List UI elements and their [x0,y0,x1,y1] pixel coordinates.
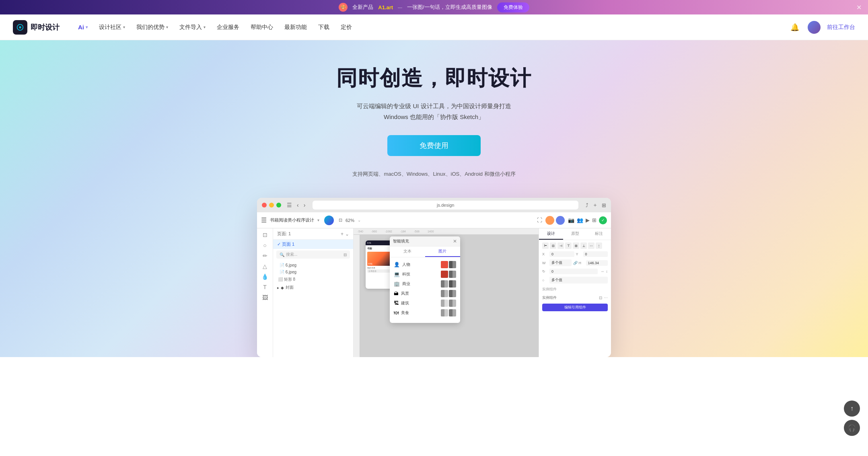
ai-fill-header: 智能填充 ✕ [390,236,460,246]
app-preview-window: ☰ ‹ › js.design ⤴ ＋ ⊞ ☰ 书籍阅读类小程序设计 ▾ ⊡ 6… [257,198,611,357]
toolbar-camera-icon[interactable]: 📷 [568,217,574,223]
ai-fill-item-building[interactable]: 🏗 建筑 [392,298,458,308]
toolbar-menu-icon[interactable]: ☰ [261,216,267,224]
tool-triangle-icon[interactable]: △ [263,263,267,269]
ai-fill-item-tech[interactable]: 💻 科技 [392,269,458,279]
canvas-ruler-vertical [354,235,360,357]
ai-fill-item-landscape[interactable]: 🏔 风景 [392,289,458,298]
tool-select-icon[interactable]: ⊡ [263,232,267,238]
right-panel-tabs: 设计 原型 标注 [539,228,611,240]
tool-drop-icon[interactable]: 💧 [261,273,268,280]
titlebar-close-dot[interactable] [262,203,267,207]
right-tab-design[interactable]: 设计 [539,228,563,240]
layers-file-1[interactable]: 📄 6.jpeg [273,262,353,269]
props-example-more-icon[interactable]: ⋯ [604,296,608,300]
ai-fill-food-previews [441,309,456,316]
align-bottom-icon[interactable]: ⊥ [580,242,587,249]
ai-fill-business-icon: 🏢 [394,281,400,287]
app-titlebar: ☰ ‹ › js.design ⤴ ＋ ⊞ [257,198,611,212]
nav-item-download[interactable]: 下载 [313,14,335,40]
toolbar-play-icon[interactable]: ▶ [586,217,590,223]
nav-item-help[interactable]: 帮助中心 [245,14,279,40]
right-tab-prototype[interactable]: 原型 [563,228,587,240]
nav-item-import[interactable]: 文件导入 ▾ [174,14,211,40]
layers-page-item[interactable]: ✓ 页面 1 [273,240,353,249]
ai-fill-item-portrait[interactable]: 👤 人物 [392,260,458,269]
layers-file-2[interactable]: 📄 6.jpeg [273,269,353,275]
titlebar-back-icon[interactable]: ‹ [297,202,299,208]
titlebar-actions: ⤴ ＋ ⊞ [586,201,606,209]
prop-flip-h-icon[interactable]: ↔ [601,269,605,273]
titlebar-maximize-dot[interactable] [276,203,281,207]
layers-file-1-name: 6.jpeg [286,263,296,267]
distribute-h-icon[interactable]: ⋯ [588,242,594,249]
user-avatar[interactable] [808,21,821,34]
titlebar-share-icon[interactable]: ⤴ [586,202,588,208]
logo[interactable]: 即时设计 [13,20,60,35]
toolbar-people-icon[interactable]: 👥 [577,217,583,223]
ai-fill-tab-text[interactable]: 文本 [390,246,425,257]
nav-item-enterprise[interactable]: 企业服务 [211,14,245,40]
more-align-icon[interactable]: ⋮ [596,242,602,249]
hero-platforms: 支持网页端、macOS、Windows、Linux、iOS、Android 和微… [352,170,515,178]
prop-flip-v-icon[interactable]: ↕ [606,269,608,273]
banner-close-icon[interactable]: ✕ [856,4,862,11]
hero-cta-button[interactable]: 免费使用 [387,135,481,156]
workspace-button[interactable]: 前往工作台 [827,24,855,31]
tool-pen-icon[interactable]: ✏ [263,253,267,259]
titlebar-forward-icon[interactable]: › [304,202,306,208]
align-center-v-icon[interactable]: ⊟ [573,242,579,249]
align-right-icon[interactable]: ⊣ [557,242,564,249]
toolbar-grid-icon[interactable]: ⊞ [592,217,596,223]
toolbar-frame-icon[interactable]: ⛶ [537,217,542,223]
toolbar-fit-icon[interactable]: ⊡ [339,218,342,223]
ai-fill-close-icon[interactable]: ✕ [453,238,457,244]
notification-bell-icon[interactable]: 🔔 [788,21,801,34]
prop-h-input[interactable]: 146.34 [586,260,608,266]
align-top-icon[interactable]: ⊤ [565,242,572,249]
tool-text-icon[interactable]: T [263,284,267,290]
prop-rotation-icon: ↻ [542,269,548,273]
edit-component-button[interactable]: 编辑引用组件 [542,304,608,311]
layers-group-item[interactable]: ▸ ◆ 封面 [273,283,353,292]
align-center-h-icon[interactable]: ⊡ [550,242,556,249]
layers-sort-icon[interactable]: ⊟ [343,253,347,257]
app-body: ⊡ ○ ✏ △ 💧 T 🖼 页面: 1 + ⌄ ✓ [257,228,611,357]
right-tab-annotation[interactable]: 标注 [587,228,611,240]
prop-link-icon[interactable]: 🔗 [573,261,577,265]
titlebar-minimize-dot[interactable] [269,203,274,207]
titlebar-url-bar[interactable]: js.design [313,201,578,210]
ai-fill-tab-image[interactable]: 图片 [425,246,461,257]
banner-cta-button[interactable]: 免费体验 [497,2,529,12]
align-left-icon[interactable]: ⊢ [542,242,549,249]
ai-fill-item-food[interactable]: 🍽 美食 [392,308,458,318]
layers-add-icon[interactable]: + [341,231,343,237]
nav-item-advantages[interactable]: 我们的优势 ▾ [131,14,174,40]
toolbar-zoom-ctrl-icon[interactable]: ⌄ [358,218,361,222]
nav-item-ai[interactable]: Ai ▾ [72,14,93,40]
tool-image-icon[interactable]: 🖼 [262,294,268,301]
nav-item-community[interactable]: 设计社区 ▾ [93,14,131,40]
app-canvas[interactable]: -540 -960 -1082 -184 -506 1400 9:41 📶 [354,228,539,357]
prop-w-input[interactable]: 多个值 [549,259,572,266]
titlebar-add-icon[interactable]: ＋ [592,201,598,209]
prop-y-input[interactable]: 0 [583,251,608,257]
tool-circle-icon[interactable]: ○ [263,242,266,249]
titlebar-sidebar-icon[interactable]: ☰ [287,202,292,208]
layers-search-bar[interactable]: 🔍 搜索... ⊟ [276,251,350,259]
nav-item-pricing[interactable]: 定价 [335,14,358,40]
ai-fill-item-business[interactable]: 🏢 商业 [392,279,458,289]
prop-x-input[interactable]: 0 [549,251,574,257]
titlebar-grid-icon[interactable]: ⊞ [602,202,606,208]
toolbar-zoom-level[interactable]: 62% [346,218,354,223]
toolbar-project-chevron-icon[interactable]: ▾ [317,218,319,222]
prop-rotation-input[interactable]: 0 [549,269,598,274]
prop-multi-input[interactable]: 多个值 [549,277,608,283]
toolbar-check-icon[interactable]: ✓ [599,216,607,224]
nav-item-latest[interactable]: 最新功能 [279,14,313,40]
banner-brand: A1.art [378,4,393,10]
layers-expand-icon[interactable]: ⌄ [345,231,349,237]
ai-building-preview-1 [441,300,448,307]
props-example-expand-icon[interactable]: ⊡ [599,296,602,300]
layers-shape-item[interactable]: ⬜ 矩形 8 [273,275,353,283]
